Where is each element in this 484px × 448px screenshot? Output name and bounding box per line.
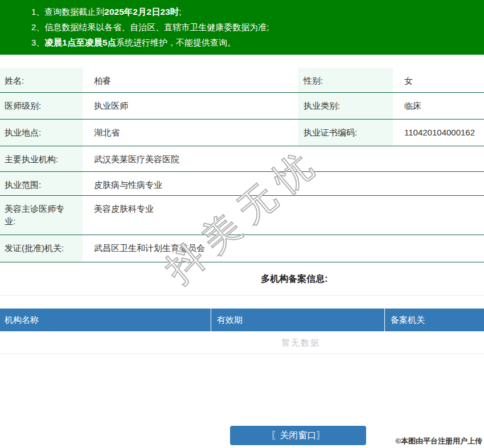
empty-data-placeholder: 暂无数据 bbox=[0, 331, 484, 354]
notice-number: 3、 bbox=[31, 38, 44, 47]
field-value-gender: 女 bbox=[393, 68, 484, 92]
table-row: 主要执业机构: 武汉美莱医疗美容医院 bbox=[0, 146, 484, 171]
field-label-license-number: 执业证书编码: bbox=[298, 119, 393, 146]
table-row: 执业地点: 湖北省 执业证书编码: 110420104000162 bbox=[0, 119, 484, 146]
field-value-practice-scope: 皮肤病与性病专业 bbox=[83, 171, 484, 195]
table-row: 执业范围: 皮肤病与性病专业 bbox=[0, 171, 484, 195]
field-label-doctor-level: 医师级别: bbox=[0, 92, 83, 119]
notice-text: 系统进行维护，不能提供查询。 bbox=[116, 38, 236, 47]
field-value-main-institution: 武汉美莱医疗美容医院 bbox=[83, 146, 484, 171]
table-row: 美容主诊医师专业: 美容皮肤科专业 bbox=[0, 195, 484, 235]
field-value-name: 柏睿 bbox=[83, 68, 298, 92]
notice-text: ; bbox=[179, 7, 181, 17]
field-value-cosmetic-specialty: 美容皮肤科专业 bbox=[83, 195, 484, 235]
field-label-gender: 性别: bbox=[298, 68, 393, 92]
field-value-issuing-authority: 武昌区卫生和计划生育委员会 bbox=[83, 235, 484, 262]
notice-number: 2、 bbox=[31, 22, 44, 32]
page: 1、查询数据截止到2025年2月2日23时; 2、信息数据结果以各省、自治区、直… bbox=[0, 0, 484, 448]
field-label-issuing-authority: 发证(批准)机关: bbox=[0, 235, 83, 262]
table-row: 发证(批准)机关: 武昌区卫生和计划生育委员会 bbox=[0, 235, 484, 262]
table-row: 医师级别: 执业医师 执业类别: 临床 bbox=[0, 92, 484, 119]
field-label-main-institution: 主要执业机构: bbox=[0, 146, 83, 171]
field-label-practice-place: 执业地点: bbox=[0, 119, 83, 146]
notice-text: 查询数据截止到 bbox=[44, 7, 104, 17]
field-label-practice-class: 执业类别: bbox=[298, 92, 393, 119]
uploader-copyright-note: ©本图由平台注册用户上传 bbox=[395, 436, 482, 446]
records-table: 机构名称 有效期 备案机关 暂无数据 bbox=[0, 309, 484, 354]
table-row: 姓名: 柏睿 性别: 女 bbox=[0, 68, 484, 92]
multi-institution-section-title: 多机构备案信息: bbox=[0, 262, 484, 295]
notice-item-3: 3、凌晨1点至凌晨5点系统进行维护，不能提供查询。 bbox=[31, 35, 478, 50]
field-value-license-number: 110420104000162 bbox=[393, 119, 484, 146]
field-label-name: 姓名: bbox=[0, 68, 83, 92]
notice-number: 1、 bbox=[31, 7, 44, 17]
column-header-filing-authority: 备案机关 bbox=[384, 309, 484, 331]
field-value-doctor-level: 执业医师 bbox=[83, 92, 298, 119]
field-label-practice-scope: 执业范围: bbox=[0, 171, 83, 195]
field-label-cosmetic-specialty: 美容主诊医师专业: bbox=[0, 195, 83, 235]
notice-text-bold: 2025年2月2日23时 bbox=[104, 7, 179, 17]
notice-banner: 1、查询数据截止到2025年2月2日23时; 2、信息数据结果以各省、自治区、直… bbox=[0, 0, 484, 55]
field-value-practice-place: 湖北省 bbox=[83, 119, 298, 146]
doctor-profile-table: 姓名: 柏睿 性别: 女 医师级别: 执业医师 执业类别: 临床 执业地点: 湖… bbox=[0, 68, 484, 262]
notice-text-bold: 凌晨1点至凌晨5点 bbox=[44, 38, 116, 47]
close-window-button[interactable]: 〖关闭窗口〗 bbox=[230, 426, 366, 445]
records-table-header: 机构名称 有效期 备案机关 bbox=[0, 309, 484, 331]
notice-text: 信息数据结果以各省、自治区、直辖市卫生健康委数据为准; bbox=[44, 22, 269, 32]
column-header-validity-period: 有效期 bbox=[211, 309, 384, 331]
field-value-practice-class: 临床 bbox=[393, 92, 484, 119]
column-header-institution-name: 机构名称 bbox=[0, 309, 211, 331]
notice-item-2: 2、信息数据结果以各省、自治区、直辖市卫生健康委数据为准; bbox=[31, 19, 478, 35]
notice-item-1: 1、查询数据截止到2025年2月2日23时; bbox=[31, 4, 478, 19]
